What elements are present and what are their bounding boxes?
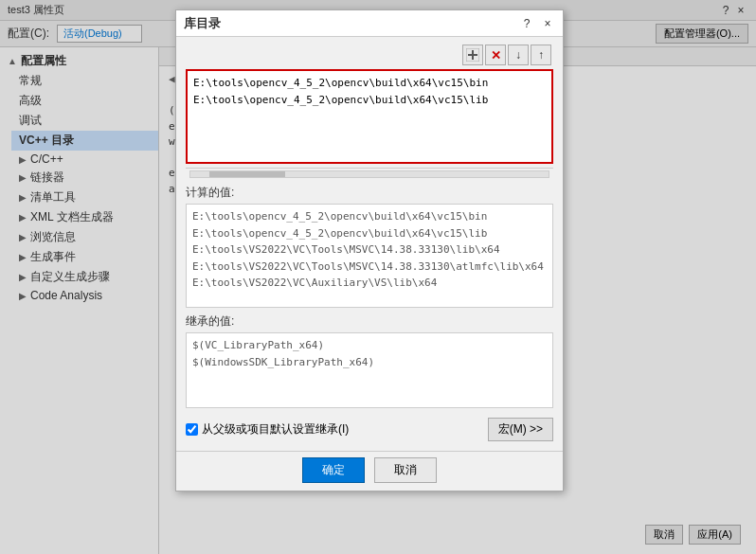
calc-item-0: E:\tools\opencv_4_5_2\opencv\build\x64\v…: [192, 208, 547, 225]
dialog-title-buttons: ? ×: [519, 16, 555, 31]
calc-item-2: E:\tools\VS2022\VC\Tools\MSVC\14.38.3313…: [192, 241, 547, 259]
library-dir-dialog: 库目录 ? × ✕ ↓ ↑ E:\tools\opencv_4_5_2\open…: [175, 9, 564, 491]
calc-item-3: E:\tools\VS2022\VC\Tools\MSVC\14.38.3313…: [192, 259, 547, 276]
move-up-btn[interactable]: ↑: [531, 45, 551, 65]
inherit-checkbox-row: 从父级或项目默认设置继承(I): [186, 421, 349, 438]
dialog-footer: 确定 取消: [176, 451, 563, 491]
inherited-area: $(VC_LibraryPath_x64) $(WindowsSDK_Libra…: [186, 332, 553, 408]
dialog-titlebar: 库目录 ? ×: [176, 10, 563, 37]
add-entry-btn[interactable]: [462, 45, 483, 65]
cancel-btn[interactable]: 取消: [374, 457, 437, 483]
inherited-item-0: $(VC_LibraryPath_x64): [192, 337, 547, 354]
bottom-row: 从父级或项目默认设置继承(I) 宏(M) >>: [186, 414, 553, 443]
inherited-item-1: $(WindowsSDK_LibraryPath_x64): [192, 354, 547, 371]
macros-btn[interactable]: 宏(M) >>: [488, 418, 553, 441]
calculated-area: E:\tools\opencv_4_5_2\opencv\build\x64\v…: [186, 204, 553, 308]
delete-entry-btn[interactable]: ✕: [485, 45, 506, 65]
dialog-close-btn[interactable]: ×: [540, 16, 555, 31]
edit-list-container[interactable]: E:\tools\opencv_4_5_2\opencv\build\x64\v…: [186, 69, 553, 164]
edit-list-item-1: E:\tools\opencv_4_5_2\opencv\build\x64\v…: [193, 92, 546, 109]
dialog-question-btn[interactable]: ?: [519, 16, 534, 31]
list-toolbar: ✕ ↓ ↑: [186, 45, 553, 65]
calculated-label: 计算的值:: [186, 185, 553, 201]
hscroll-thumb[interactable]: [209, 171, 285, 177]
inherited-label: 继承的值:: [186, 313, 553, 330]
inherited-content: $(VC_LibraryPath_x64) $(WindowsSDK_Libra…: [187, 333, 552, 374]
calc-item-4: E:\tools\VS2022\VC\Auxiliary\VS\lib\x64: [192, 275, 547, 292]
dialog-title: 库目录: [184, 15, 221, 32]
ok-btn[interactable]: 确定: [302, 457, 365, 483]
dialog-body: ✕ ↓ ↑ E:\tools\opencv_4_5_2\opencv\build…: [176, 37, 563, 451]
calc-item-1: E:\tools\opencv_4_5_2\opencv\build\x64\v…: [192, 225, 547, 242]
edit-list-content: E:\tools\opencv_4_5_2\opencv\build\x64\v…: [188, 71, 551, 112]
move-down-btn[interactable]: ↓: [508, 45, 529, 65]
edit-list-item-0: E:\tools\opencv_4_5_2\opencv\build\x64\v…: [193, 75, 546, 92]
edit-list-hscroll[interactable]: [186, 168, 553, 179]
inherit-checkbox-label[interactable]: 从父级或项目默认设置继承(I): [202, 421, 349, 438]
add-icon: [466, 48, 479, 62]
calculated-content: E:\tools\opencv_4_5_2\opencv\build\x64\v…: [187, 205, 552, 295]
hscroll-track[interactable]: [189, 170, 549, 178]
svg-rect-1: [472, 50, 474, 60]
inherit-checkbox[interactable]: [186, 423, 198, 436]
